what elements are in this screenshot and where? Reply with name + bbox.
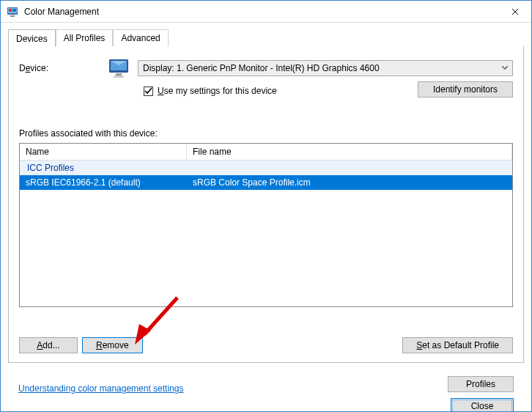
column-name[interactable]: Name — [20, 144, 187, 160]
device-selected-text: Display: 1. Generic PnP Monitor - Intel(… — [143, 63, 380, 73]
title-bar: Color Management — [1, 1, 531, 23]
device-label: Device: — [19, 63, 100, 73]
profiles-list[interactable]: Name File name ICC Profiles sRGB IEC6196… — [19, 143, 513, 307]
svg-rect-9 — [114, 76, 124, 78]
help-link[interactable]: Understanding color management settings — [18, 383, 183, 394]
cell-profile-name: sRGB IEC61966-2.1 (default) — [20, 175, 187, 190]
chevron-down-icon — [502, 66, 508, 70]
tab-strip: Devices All Profiles Advanced — [8, 29, 531, 46]
set-default-profile-button[interactable]: Set as Default Profile — [402, 337, 513, 353]
tab-all-profiles[interactable]: All Profiles — [56, 29, 114, 46]
window-title: Color Management — [24, 7, 498, 17]
column-filename[interactable]: File name — [187, 144, 512, 160]
panel-buttons-left: Add... Remove — [19, 337, 143, 353]
list-group-icc: ICC Profiles — [20, 161, 512, 175]
tab-devices[interactable]: Devices — [8, 29, 56, 47]
close-button[interactable]: Close — [451, 398, 514, 412]
cell-profile-file: sRGB Color Space Profile.icm — [187, 175, 512, 190]
profiles-button[interactable]: Profiles — [448, 376, 514, 392]
device-dropdown[interactable]: Display: 1. Generic PnP Monitor - Intel(… — [138, 60, 513, 76]
add-button[interactable]: Add... — [19, 337, 78, 353]
panel-buttons-right: Set as Default Profile — [402, 337, 513, 353]
close-icon — [511, 8, 519, 15]
footer: Understanding color management settings … — [8, 370, 524, 412]
identify-monitors-button[interactable]: Identify monitors — [418, 81, 513, 98]
profiles-label: Profiles associated with this device: — [19, 128, 513, 139]
list-row-selected[interactable]: sRGB IEC61966-2.1 (default) sRGB Color S… — [20, 175, 512, 190]
remove-button[interactable]: Remove — [82, 337, 143, 353]
tab-panel-devices: Device: Display: 1. Generic PnP Monitor … — [8, 46, 524, 363]
svg-point-5 — [13, 9, 16, 12]
checkbox-icon — [144, 87, 153, 96]
device-row: Device: Display: 1. Generic PnP Monitor … — [19, 56, 513, 80]
tab-advanced[interactable]: Advanced — [113, 29, 168, 46]
svg-rect-8 — [116, 73, 122, 76]
svg-rect-2 — [10, 15, 15, 17]
monitor-icon — [107, 56, 130, 80]
app-icon — [7, 6, 18, 18]
list-header: Name File name — [20, 144, 512, 161]
window-close-button[interactable] — [498, 1, 531, 22]
